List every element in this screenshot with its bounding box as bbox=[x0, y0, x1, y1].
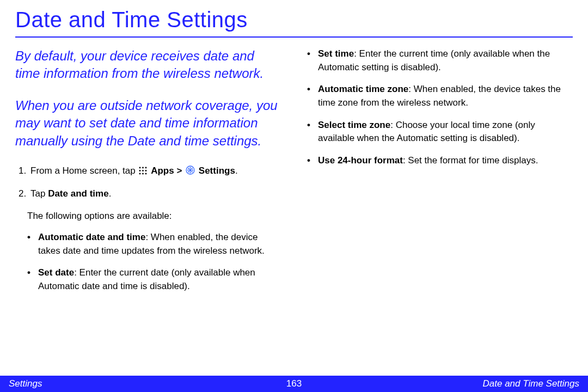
intro-p1: By default, your device receives date an… bbox=[15, 47, 281, 83]
step-number: 1. bbox=[19, 164, 30, 179]
bullet-text: : Set the format for time displays. bbox=[403, 155, 538, 166]
step-text: From a Home screen, tap bbox=[30, 166, 138, 176]
bullet-dot: • bbox=[307, 83, 318, 109]
svg-rect-16 bbox=[188, 171, 189, 173]
page-footer: Settings 163 Date and Time Settings bbox=[0, 376, 588, 392]
bullet-dot: • bbox=[27, 266, 38, 293]
bullet-item: • Use 24-hour format: Set the format for… bbox=[307, 154, 573, 168]
step-number: 2. bbox=[19, 187, 30, 201]
svg-rect-17 bbox=[188, 168, 189, 169]
bullet-bold: Select time zone bbox=[318, 120, 390, 130]
bullet-bold: Use 24-hour format bbox=[318, 155, 403, 166]
options-intro: The following options are available: bbox=[27, 209, 281, 223]
step-2: 2. Tap Date and time. bbox=[19, 187, 281, 201]
bullet-dot: • bbox=[27, 231, 38, 258]
step-text: Tap bbox=[30, 188, 48, 199]
svg-point-8 bbox=[145, 173, 147, 175]
title-rule bbox=[15, 36, 573, 38]
apps-grid-icon bbox=[139, 165, 147, 179]
svg-rect-18 bbox=[191, 171, 193, 173]
footer-left: Settings bbox=[9, 378, 42, 389]
bullet-item: • Automatic date and time: When enabled,… bbox=[27, 231, 281, 258]
svg-point-5 bbox=[145, 170, 147, 171]
bullet-bold: Set date bbox=[38, 267, 74, 278]
svg-rect-14 bbox=[192, 170, 194, 171]
bullet-dot: • bbox=[307, 47, 318, 74]
bullet-dot: • bbox=[307, 154, 318, 168]
breadcrumb-separator: > bbox=[176, 166, 185, 176]
svg-rect-11 bbox=[190, 167, 191, 169]
page-title: Date and Time Settings bbox=[15, 8, 573, 32]
footer-page-number: 163 bbox=[286, 378, 302, 389]
bullet-bold: Automatic time zone bbox=[318, 84, 408, 94]
footer-right: Date and Time Settings bbox=[483, 378, 580, 389]
intro-p2: When you are outside network coverage, y… bbox=[15, 97, 281, 150]
step-post: . bbox=[235, 166, 238, 176]
svg-rect-13 bbox=[187, 170, 189, 171]
step-bold: Date and time bbox=[48, 188, 108, 199]
bullet-item: • Automatic time zone: When enabled, the… bbox=[307, 83, 573, 109]
bullet-item: • Select time zone: Choose your local ti… bbox=[307, 119, 573, 145]
bullet-item: • Set date: Enter the current date (only… bbox=[27, 266, 281, 293]
svg-rect-15 bbox=[191, 168, 193, 169]
bullet-item: • Set time: Enter the current time (only… bbox=[307, 47, 573, 74]
left-column: By default, your device receives date an… bbox=[15, 47, 281, 302]
svg-rect-12 bbox=[190, 171, 191, 173]
settings-gear-icon bbox=[186, 165, 195, 179]
svg-point-7 bbox=[143, 173, 144, 175]
svg-point-3 bbox=[139, 170, 141, 171]
bullet-bold: Automatic date and time bbox=[38, 232, 145, 242]
step-1: 1. From a Home screen, tap Apps > Settin… bbox=[19, 164, 281, 179]
svg-point-0 bbox=[139, 167, 141, 169]
svg-point-6 bbox=[139, 173, 141, 175]
svg-point-10 bbox=[189, 169, 191, 171]
settings-label: Settings bbox=[199, 166, 235, 176]
svg-point-1 bbox=[143, 167, 144, 169]
step-post: . bbox=[109, 188, 112, 199]
bullet-bold: Set time bbox=[318, 48, 354, 59]
svg-point-4 bbox=[143, 170, 144, 171]
apps-label: Apps bbox=[151, 166, 174, 176]
right-column: • Set time: Enter the current time (only… bbox=[307, 47, 573, 302]
bullet-dot: • bbox=[307, 119, 318, 145]
svg-point-2 bbox=[145, 167, 147, 169]
